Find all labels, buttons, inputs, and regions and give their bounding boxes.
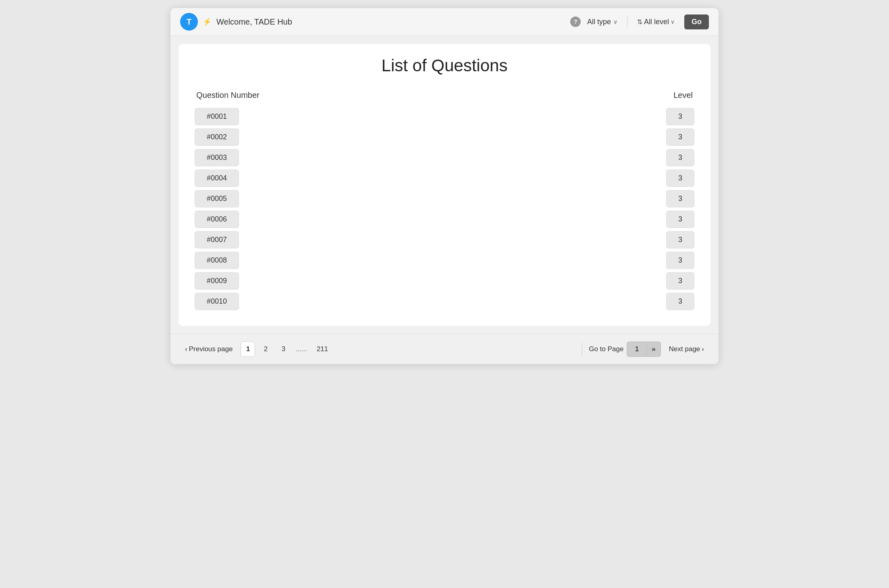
level-badge: 3 xyxy=(666,170,694,187)
table-row: #0009 3 xyxy=(195,271,694,291)
question-number-badge[interactable]: #0001 xyxy=(195,108,239,125)
table-header: Question Number Level xyxy=(195,87,694,103)
page-2-button[interactable]: 2 xyxy=(258,342,273,356)
next-page-label: Next page xyxy=(669,345,700,353)
col-number-header: Question Number xyxy=(196,91,260,100)
type-chevron-icon: ∨ xyxy=(613,19,617,25)
prev-page-label: Previous page xyxy=(189,345,233,353)
prev-chevron-icon: ‹ xyxy=(185,345,187,353)
question-number-badge[interactable]: #0006 xyxy=(195,211,239,228)
next-page-button[interactable]: Next page › xyxy=(664,342,709,356)
question-icon: ? xyxy=(570,17,581,27)
level-badge: 3 xyxy=(666,128,694,146)
pagination: ‹ Previous page 1 2 3 ...... 211 Go to P… xyxy=(170,334,719,364)
question-number-badge[interactable]: #0010 xyxy=(195,293,239,310)
level-dropdown[interactable]: ⇅ All level ∨ xyxy=(634,16,678,28)
header-divider xyxy=(627,16,627,27)
level-badge: 3 xyxy=(666,272,694,290)
table-row: #0010 3 xyxy=(195,291,694,312)
type-select-container: ? All type ∨ xyxy=(570,16,621,28)
question-number-badge[interactable]: #0004 xyxy=(195,170,239,187)
page-3-button[interactable]: 3 xyxy=(276,342,291,356)
table-row: #0008 3 xyxy=(195,250,694,271)
col-level-header: Level xyxy=(673,91,693,100)
goto-input[interactable] xyxy=(627,342,647,357)
level-badge: 3 xyxy=(666,149,694,166)
goto-arrow-button[interactable]: » xyxy=(647,342,661,357)
question-number-badge[interactable]: #0002 xyxy=(195,128,239,146)
header-controls: ? All type ∨ ⇅ All level ∨ Go xyxy=(570,14,709,29)
question-number-badge[interactable]: #0003 xyxy=(195,149,239,166)
avatar: T xyxy=(180,13,198,31)
level-chevron-icon: ∨ xyxy=(671,19,675,25)
page-211-button[interactable]: 211 xyxy=(312,342,333,356)
bolt-icon: ⚡ xyxy=(203,17,212,26)
main-content: List of Questions Question Number Level … xyxy=(179,44,710,326)
question-number-badge[interactable]: #0007 xyxy=(195,231,239,248)
table-row: #0001 3 xyxy=(195,106,694,127)
header: T ⚡ Welcome, TADE Hub ? All type ∨ ⇅ All… xyxy=(170,8,719,36)
level-badge: 3 xyxy=(666,293,694,310)
level-sort-icon: ⇅ xyxy=(637,18,642,26)
table-row: #0005 3 xyxy=(195,188,694,209)
goto-section: Go to Page » xyxy=(589,342,661,357)
pagination-ellipsis: ...... xyxy=(294,342,308,356)
question-number-badge[interactable]: #0008 xyxy=(195,252,239,269)
goto-input-group: » xyxy=(627,342,661,357)
level-badge: 3 xyxy=(666,190,694,207)
table-row: #0004 3 xyxy=(195,168,694,188)
prev-page-button[interactable]: ‹ Previous page xyxy=(180,342,237,356)
question-number-badge[interactable]: #0009 xyxy=(195,272,239,290)
question-number-badge[interactable]: #0005 xyxy=(195,190,239,207)
table-row: #0003 3 xyxy=(195,147,694,168)
goto-label: Go to Page xyxy=(589,345,623,353)
type-dropdown[interactable]: All type ∨ xyxy=(584,16,621,28)
questions-list: #0001 3 #0002 3 #0003 3 #0004 3 #0005 3 … xyxy=(195,106,694,312)
welcome-text: Welcome, TADE Hub xyxy=(216,17,292,27)
type-label: All type xyxy=(587,18,611,26)
table-row: #0006 3 xyxy=(195,209,694,230)
pagination-divider xyxy=(582,343,582,356)
page-1-button[interactable]: 1 xyxy=(241,342,255,357)
go-button[interactable]: Go xyxy=(684,14,709,29)
next-chevron-icon: › xyxy=(702,345,704,353)
app-container: T ⚡ Welcome, TADE Hub ? All type ∨ ⇅ All… xyxy=(170,8,719,364)
level-badge: 3 xyxy=(666,252,694,269)
table-row: #0002 3 xyxy=(195,127,694,147)
page-title: List of Questions xyxy=(195,56,694,75)
table-row: #0007 3 xyxy=(195,230,694,250)
level-badge: 3 xyxy=(666,108,694,125)
level-badge: 3 xyxy=(666,231,694,248)
level-badge: 3 xyxy=(666,211,694,228)
level-label: All level xyxy=(644,18,669,26)
